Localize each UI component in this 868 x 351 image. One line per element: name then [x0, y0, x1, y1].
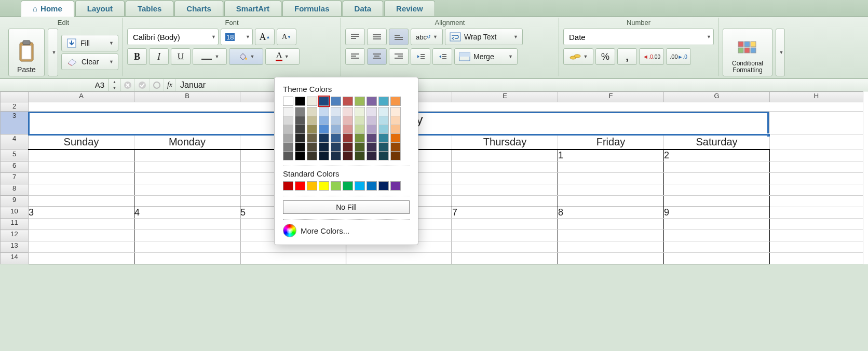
theme-shade-swatch[interactable]: [390, 107, 401, 116]
standard-color-swatch[interactable]: [331, 181, 341, 191]
row-header[interactable]: 7: [1, 173, 29, 184]
theme-shade-swatch[interactable]: [331, 107, 341, 116]
fill-button[interactable]: Fill ▼: [61, 35, 118, 51]
theme-shade-swatch[interactable]: [319, 151, 329, 160]
theme-shade-swatch[interactable]: [307, 142, 317, 152]
paste-button[interactable]: Paste: [8, 29, 45, 76]
theme-shade-swatch[interactable]: [355, 125, 365, 134]
col-header[interactable]: G: [664, 92, 770, 102]
theme-shade-swatch[interactable]: [283, 133, 293, 143]
theme-shade-swatch[interactable]: [390, 151, 401, 160]
theme-shade-swatch[interactable]: [331, 125, 341, 134]
col-header[interactable]: H: [770, 92, 863, 102]
theme-color-swatch[interactable]: [367, 97, 377, 106]
theme-shade-swatch[interactable]: [295, 125, 305, 134]
clear-button[interactable]: Clear ▼: [61, 53, 118, 70]
spreadsheet[interactable]: A B C D E F G H 2 3 January 4 Sunday Mon…: [0, 91, 868, 264]
theme-shade-swatch[interactable]: [355, 133, 365, 143]
bold-button[interactable]: B: [127, 48, 147, 65]
merge-button[interactable]: Merge▼: [454, 48, 518, 65]
standard-color-swatch[interactable]: [390, 181, 401, 191]
day-header[interactable]: Monday: [134, 134, 240, 150]
col-header[interactable]: F: [558, 92, 664, 102]
theme-shade-swatch[interactable]: [283, 116, 293, 125]
theme-shade-swatch[interactable]: [295, 116, 305, 125]
theme-color-swatch[interactable]: [378, 97, 389, 106]
row-header[interactable]: 14: [1, 253, 29, 264]
name-box-stepper[interactable]: ▲▼: [109, 79, 120, 91]
align-middle-button[interactable]: [367, 29, 387, 45]
col-header[interactable]: A: [29, 92, 134, 102]
theme-shade-swatch[interactable]: [307, 107, 317, 116]
theme-shade-swatch[interactable]: [319, 133, 329, 143]
theme-shade-swatch[interactable]: [378, 142, 389, 152]
tab-review[interactable]: Review: [384, 1, 435, 16]
percent-button[interactable]: %: [595, 48, 615, 65]
font-color-button[interactable]: A▼: [265, 48, 300, 65]
theme-shade-swatch[interactable]: [331, 133, 341, 143]
date-cell[interactable]: 3: [29, 207, 134, 219]
tab-layout[interactable]: Layout: [75, 1, 125, 16]
date-cell[interactable]: 9: [664, 207, 770, 219]
row-header[interactable]: 10: [1, 207, 29, 219]
theme-shade-swatch[interactable]: [343, 116, 353, 125]
theme-shade-swatch[interactable]: [355, 116, 365, 125]
theme-color-swatch[interactable]: [307, 97, 317, 106]
font-name-input[interactable]: [132, 32, 206, 42]
row-header[interactable]: 13: [1, 241, 29, 253]
theme-shade-swatch[interactable]: [378, 116, 389, 125]
theme-shade-swatch[interactable]: [295, 142, 305, 152]
standard-color-swatch[interactable]: [295, 181, 305, 191]
date-cell[interactable]: 1: [558, 150, 664, 161]
date-cell[interactable]: 8: [558, 207, 664, 219]
theme-color-swatch[interactable]: [283, 97, 293, 106]
day-header[interactable]: Friday: [558, 134, 664, 150]
decrease-decimal-button[interactable]: ◄.0.00: [639, 48, 664, 65]
date-cell[interactable]: [134, 150, 240, 161]
grid[interactable]: A B C D E F G H 2 3 January 4 Sunday Mon…: [0, 91, 863, 264]
theme-shade-swatch[interactable]: [367, 151, 377, 160]
tab-formulas[interactable]: Formulas: [282, 1, 342, 16]
theme-shade-swatch[interactable]: [319, 107, 329, 116]
theme-shade-swatch[interactable]: [367, 125, 377, 134]
currency-button[interactable]: ▼: [563, 48, 593, 65]
theme-shade-swatch[interactable]: [367, 133, 377, 143]
align-top-button[interactable]: [345, 29, 365, 45]
formula-content[interactable]: Januar: [176, 80, 210, 90]
border-button[interactable]: ▼: [193, 48, 227, 65]
theme-shade-swatch[interactable]: [319, 116, 329, 125]
theme-shade-swatch[interactable]: [378, 151, 389, 160]
name-box[interactable]: A3: [0, 79, 109, 91]
row-header[interactable]: 8: [1, 184, 29, 196]
tab-charts[interactable]: Charts: [174, 1, 223, 16]
align-bottom-button[interactable]: [389, 29, 409, 45]
wrap-text-button[interactable]: Wrap Text▼: [445, 29, 523, 45]
standard-color-swatch[interactable]: [283, 181, 293, 191]
standard-color-swatch[interactable]: [343, 181, 353, 191]
comma-button[interactable]: ,: [617, 48, 637, 65]
theme-shade-swatch[interactable]: [319, 125, 329, 134]
date-cell[interactable]: 7: [452, 207, 558, 219]
col-header[interactable]: E: [452, 92, 558, 102]
no-fill-button[interactable]: No Fill: [283, 200, 410, 214]
date-cell[interactable]: 2: [664, 150, 770, 161]
theme-shade-swatch[interactable]: [331, 142, 341, 152]
theme-color-swatch[interactable]: [390, 97, 401, 106]
theme-shade-swatch[interactable]: [343, 151, 353, 160]
theme-shade-swatch[interactable]: [331, 116, 341, 125]
theme-shade-swatch[interactable]: [295, 151, 305, 160]
standard-color-swatch[interactable]: [355, 181, 365, 191]
selection-handle[interactable]: [767, 133, 770, 137]
paste-dropdown[interactable]: ▼: [48, 29, 58, 76]
font-name-combo[interactable]: ▼: [127, 29, 219, 45]
theme-shade-swatch[interactable]: [378, 107, 389, 116]
number-format-combo[interactable]: ▼: [563, 29, 714, 45]
cancel-formula-button[interactable]: [120, 79, 135, 91]
tab-tables[interactable]: Tables: [126, 1, 173, 16]
day-header[interactable]: Thursday: [452, 134, 558, 150]
theme-shade-swatch[interactable]: [319, 142, 329, 152]
row-header[interactable]: 11: [1, 219, 29, 230]
standard-color-swatch[interactable]: [307, 181, 317, 191]
theme-shade-swatch[interactable]: [307, 125, 317, 134]
theme-shade-swatch[interactable]: [283, 151, 293, 160]
